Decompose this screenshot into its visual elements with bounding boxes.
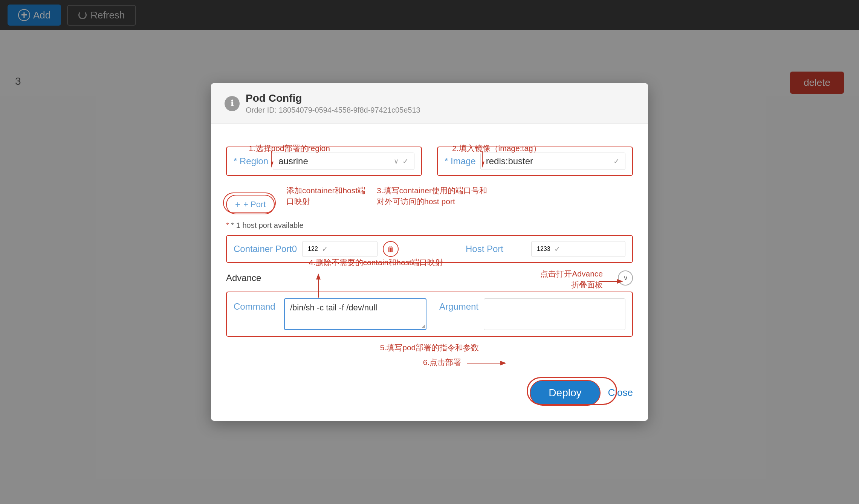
- port-section: + + Port * * 1 host port available Conta…: [226, 195, 633, 263]
- image-label: * Image: [445, 156, 476, 166]
- arrow-7: [316, 275, 320, 298]
- info-icon: ℹ: [225, 96, 240, 111]
- annotation-6: 点击打开Advance 折叠面板: [540, 268, 603, 290]
- annotation-2: 2.填入镜像（image:tag）: [452, 143, 541, 154]
- argument-label: Argument: [432, 298, 478, 330]
- collapse-button[interactable]: ∨: [618, 270, 633, 286]
- modal-order-id: Order ID: 18054079-0594-4558-9f8d-97421c…: [246, 106, 420, 115]
- modal-overlay: ℹ Pod Config Order ID: 18054079-0594-455…: [0, 0, 859, 504]
- plus-icon: +: [235, 199, 240, 210]
- advance-row: Command /bin/sh -c tail -f /dev/null Arg…: [226, 292, 633, 337]
- trash-icon: 🗑: [387, 245, 394, 254]
- add-port-label: + Port: [243, 200, 266, 209]
- host-port-label: Host Port: [466, 244, 526, 254]
- collapse-icon: ∨: [623, 274, 628, 282]
- modal-title: Pod Config: [246, 92, 420, 104]
- annotation-1: 1.选择pod部署的region: [249, 143, 330, 154]
- modal-header: ℹ Pod Config Order ID: 18054079-0594-455…: [211, 83, 648, 124]
- deploy-button[interactable]: Deploy: [530, 380, 600, 406]
- modal-body: 1.选择pod部署的region 2.填入镜像（image:tag） * Reg: [211, 147, 648, 369]
- region-label: * Region: [234, 156, 268, 166]
- modal-dialog: ℹ Pod Config Order ID: 18054079-0594-455…: [211, 83, 648, 421]
- command-textarea[interactable]: /bin/sh -c tail -f /dev/null: [284, 298, 426, 330]
- container-port-value: 122: [308, 246, 318, 252]
- host-port-input[interactable]: 1233 ✓: [531, 241, 625, 257]
- annotation-8: 6.点击部署: [226, 357, 633, 368]
- check-icon-image: ✓: [613, 157, 620, 166]
- advance-title: Advance: [226, 273, 261, 283]
- check-icon-host: ✓: [554, 244, 561, 254]
- annotation-5: 4.删除不需要的contain和host端口映射: [309, 257, 443, 268]
- host-port-value: 1233: [537, 246, 550, 252]
- arrow-8: [467, 357, 512, 369]
- delete-port-button[interactable]: 🗑: [383, 241, 399, 257]
- chevron-down-icon: ∨: [394, 157, 399, 165]
- modal-footer: Deploy Close: [211, 380, 648, 406]
- check-icon-region: ✓: [402, 157, 409, 166]
- close-label: Close: [608, 387, 633, 398]
- arrow-1: [271, 151, 294, 170]
- argument-input[interactable]: [484, 298, 625, 330]
- command-value: /bin/sh -c tail -f /dev/null: [290, 303, 377, 313]
- container-port-input[interactable]: 122 ✓: [302, 241, 378, 257]
- add-port-button[interactable]: + + Port: [226, 195, 275, 214]
- region-value: ausrine: [278, 156, 390, 166]
- port-hint: * * 1 host port available: [226, 221, 633, 230]
- deploy-label: Deploy: [549, 387, 581, 399]
- container-port-label: Container Port0: [234, 244, 297, 254]
- arrow-2: [482, 151, 505, 170]
- annotation-7: [316, 275, 320, 299]
- command-label: Command: [234, 298, 279, 330]
- annotation-7-text: 5.填写pod部署的指令和参数: [226, 342, 633, 353]
- check-icon-container: ✓: [322, 244, 328, 254]
- close-button[interactable]: Close: [608, 387, 633, 399]
- region-select[interactable]: ausrine ∨ ✓: [273, 153, 414, 170]
